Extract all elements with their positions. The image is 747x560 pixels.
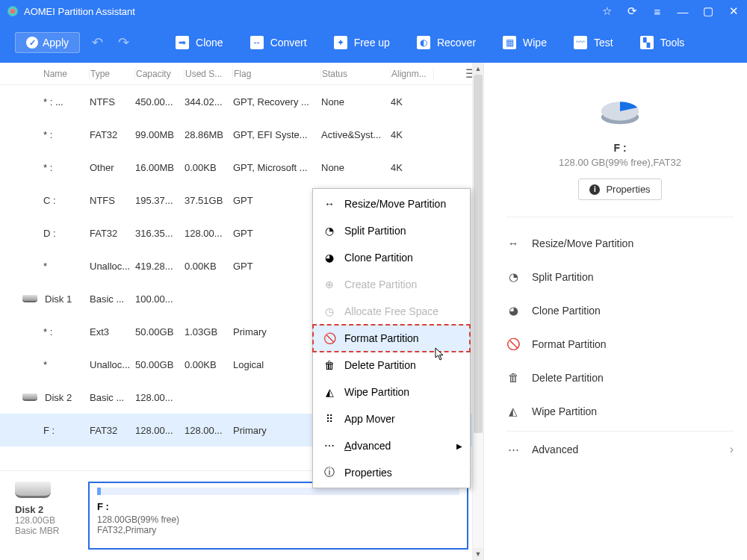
clone-icon: ➡ [176,36,189,49]
info-icon: i [589,184,600,195]
toolbar-wipe[interactable]: ▦Wipe [489,30,560,55]
context-icon: ⋯ [323,440,335,452]
minimize-icon[interactable]: — [677,5,689,17]
apply-label: Apply [43,37,69,49]
convert-icon: ↔ [250,36,264,49]
context-item-create-partition: ⊕Create Partition [313,271,470,298]
context-item-allocate-free-space: ◷Allocate Free Space [313,298,470,325]
partition-detail-name: F : [97,501,459,512]
partition-row[interactable]: * :FAT3299.00MB28.86MBGPT, EFI Syste...A… [0,118,483,151]
context-icon: ↔ [323,198,335,210]
menu-icon[interactable]: ≡ [651,5,663,17]
context-icon: ◔ [323,225,335,237]
tools-icon: ▚ [640,36,654,49]
side-action-format-partition[interactable]: 🚫Format Partition [506,327,734,361]
side-action-advanced[interactable]: ⋯Advanced› [506,431,734,464]
pie-chart-icon [597,85,643,131]
action-icon: ◔ [506,270,520,284]
side-action-delete-partition[interactable]: 🗑Delete Partition [506,361,734,394]
redo-button[interactable]: ↷ [115,34,132,51]
col-type[interactable]: Type [90,69,135,79]
mouse-cursor-icon [435,347,445,361]
app-title: AOMEI Partition Assistant [24,6,601,17]
context-icon: 🚫 [323,332,335,344]
disk-icon [15,482,51,498]
toolbar-convert[interactable]: ↔Convert [237,30,320,55]
context-icon: 🗑 [323,359,335,371]
partition-table-header: Name Type Capacity Used S... Flag Status… [0,63,483,85]
more-icon: ⋯ [506,443,520,456]
context-icon: ⊕ [323,279,335,290]
side-partition-info: 128.00 GB(99% free),FAT32 [506,157,734,168]
app-logo-icon [7,6,18,16]
context-item-advanced[interactable]: ⋯Advanced▶ [313,432,470,459]
action-icon: ◕ [506,304,520,317]
disk-icon [22,393,37,401]
context-item-properties[interactable]: ⓘProperties [313,459,470,486]
action-icon: 🚫 [506,337,520,351]
check-icon: ✓ [26,37,38,49]
context-item-resize-move-partition[interactable]: ↔Resize/Move Partition [313,190,470,217]
vertical-scrollbar[interactable]: ▲ ▼ [472,63,483,560]
side-partition-name: F : [506,142,734,154]
partition-detail-block[interactable]: F : 128.00GB(99% free) FAT32,Primary [88,482,468,550]
context-icon: ⠿ [323,413,335,425]
wipe-icon: ▦ [503,36,516,49]
disk-detail-name: Disk 2 [15,504,76,515]
col-flag[interactable]: Flag [233,69,321,79]
action-icon: ◭ [506,405,520,418]
star-icon[interactable]: ☆ [601,5,613,17]
col-capacity[interactable]: Capacity [135,69,185,79]
scrollbar-thumb[interactable] [474,75,483,433]
test-icon: 〰 [574,36,587,49]
toolbar: ✓ Apply ↶ ↷ ➡Clone ↔Convert ✦Free up ◐Re… [0,22,747,63]
context-item-app-mover[interactable]: ⠿App Mover [313,405,470,432]
context-item-split-partition[interactable]: ◔Split Partition [313,217,470,244]
recover-icon: ◐ [417,36,430,49]
context-item-format-partition[interactable]: 🚫Format Partition [313,325,470,352]
context-icon: ◭ [323,386,335,398]
action-icon: ↔ [506,237,520,250]
context-item-delete-partition[interactable]: 🗑Delete Partition [313,352,470,379]
context-item-wipe-partition[interactable]: ◭Wipe Partition [313,379,470,405]
chevron-right-icon: › [730,443,734,456]
context-icon: ⓘ [323,467,335,479]
toolbar-recover[interactable]: ◐Recover [403,30,489,55]
toolbar-free-up[interactable]: ✦Free up [320,30,403,55]
context-menu: ↔Resize/Move Partition◔Split Partition◕C… [312,188,471,488]
context-icon: ◕ [323,252,335,264]
partition-usage-bar [97,488,459,495]
side-action-resize-move-partition[interactable]: ↔Resize/Move Partition [506,226,734,260]
scroll-down-icon[interactable]: ▼ [473,548,483,560]
toolbar-test[interactable]: 〰Test [560,30,627,55]
col-name[interactable]: Name [19,69,90,79]
titlebar: AOMEI Partition Assistant ☆ ⟳ ≡ — ▢ ✕ [0,0,747,22]
col-align[interactable]: Alignm... [391,69,434,79]
col-used[interactable]: Used S... [185,69,233,79]
properties-button[interactable]: i Properties [578,178,661,200]
toolbar-tools[interactable]: ▚Tools [627,30,698,55]
apply-button[interactable]: ✓ Apply [15,32,80,53]
undo-button[interactable]: ↶ [89,34,106,51]
close-icon[interactable]: ✕ [728,5,740,17]
maximize-icon[interactable]: ▢ [702,5,714,17]
partition-row[interactable]: * : ...NTFS450.00...344.02...GPT, Recove… [0,85,483,118]
disk-detail-size: 128.00GB [15,515,76,526]
col-status[interactable]: Status [321,69,391,79]
partition-row[interactable]: * :Other16.00MB0.00KBGPT, Microsoft ...N… [0,151,483,184]
freeup-icon: ✦ [334,36,347,49]
side-action-wipe-partition[interactable]: ◭Wipe Partition [506,394,734,428]
side-action-clone-partition[interactable]: ◕Clone Partition [506,293,734,327]
side-panel: F : 128.00 GB(99% free),FAT32 i Properti… [484,63,747,560]
action-icon: 🗑 [506,371,520,385]
side-action-split-partition[interactable]: ◔Split Partition [506,260,734,293]
context-item-clone-partition[interactable]: ◕Clone Partition [313,244,470,271]
context-icon: ◷ [323,305,335,317]
scroll-up-icon[interactable]: ▲ [473,63,483,75]
disk-detail-type: Basic MBR [15,526,76,536]
partition-detail-line1: 128.00GB(99% free) [97,514,459,525]
refresh-icon[interactable]: ⟳ [626,5,638,17]
partition-detail-line2: FAT32,Primary [97,525,459,535]
toolbar-clone[interactable]: ➡Clone [162,30,237,55]
submenu-arrow-icon: ▶ [456,442,462,450]
